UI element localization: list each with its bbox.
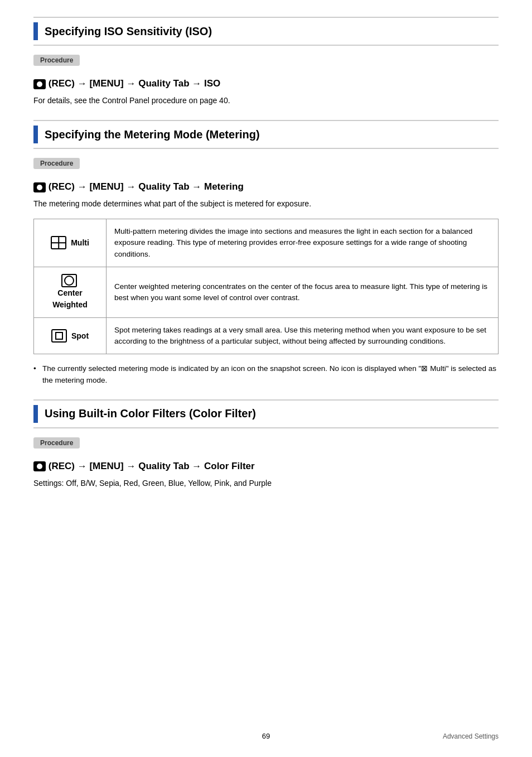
center-icon <box>61 274 77 287</box>
multi-mode-cell: Multi <box>34 219 107 267</box>
metering-heading: Specifying the Metering Mode (Metering) <box>33 120 499 149</box>
color-filter-procedure-badge: Procedure <box>33 437 80 449</box>
metering-procedure-badge: Procedure <box>33 158 80 169</box>
color-filter-description: Settings: Off, B/W, Sepia, Red, Green, B… <box>33 478 499 489</box>
center-label: Center Weighted <box>42 287 98 311</box>
multi-icon <box>51 236 66 249</box>
iso-description: For details, see the Control Panel proce… <box>33 95 499 107</box>
spot-label-row: Spot <box>42 329 98 343</box>
color-filter-heading-text: Using Built-in Color Filters (Color Filt… <box>45 407 256 420</box>
table-row: Multi Multi-pattern metering divides the… <box>34 219 499 267</box>
iso-camera-icon <box>33 79 46 89</box>
metering-procedure-block: Procedure <box>33 158 499 175</box>
page-number: 69 <box>262 732 270 740</box>
iso-nav-path: (REC) → [MENU] → Quality Tab → ISO <box>33 78 499 89</box>
center-description: Center weighted metering concentrates on… <box>114 282 487 302</box>
color-filter-section: Using Built-in Color Filters (Color Filt… <box>33 399 499 489</box>
footer-label: Advanced Settings <box>443 732 499 740</box>
metering-heading-bar <box>33 126 38 143</box>
metering-modes-table: Multi Multi-pattern metering divides the… <box>33 219 499 354</box>
color-filter-camera-icon <box>33 461 46 471</box>
metering-note: The currently selected metering mode is … <box>33 363 499 386</box>
color-filter-nav-text: (REC) → [MENU] → Quality Tab → Color Fil… <box>49 461 255 471</box>
metering-camera-icon <box>33 182 46 192</box>
metering-heading-text: Specifying the Metering Mode (Metering) <box>45 128 260 141</box>
metering-nav-text: (REC) → [MENU] → Quality Tab → Metering <box>49 181 244 192</box>
center-description-cell: Center weighted metering concentrates on… <box>107 267 499 317</box>
iso-section: Specifying ISO Sensitivity (ISO) Procedu… <box>33 17 499 107</box>
spot-mode-cell: Spot <box>34 317 107 354</box>
multi-label-row: Multi <box>42 236 98 249</box>
multi-description: Multi-pattern metering divides the image… <box>114 227 472 258</box>
center-mode-cell: Center Weighted <box>34 267 107 317</box>
multi-description-cell: Multi-pattern metering divides the image… <box>107 219 499 267</box>
multi-label: Multi <box>71 237 89 249</box>
spot-description: Spot metering takes readings at a very s… <box>114 326 486 345</box>
page-content: Specifying ISO Sensitivity (ISO) Procedu… <box>0 0 532 536</box>
iso-nav-text: (REC) → [MENU] → Quality Tab → ISO <box>49 78 221 89</box>
iso-procedure-badge: Procedure <box>33 55 80 66</box>
iso-heading-text: Specifying ISO Sensitivity (ISO) <box>45 25 212 38</box>
metering-section: Specifying the Metering Mode (Metering) … <box>33 120 499 386</box>
table-row: Center Weighted Center weighted metering… <box>34 267 499 317</box>
metering-description: The metering mode determines what part o… <box>33 198 499 210</box>
metering-nav-path: (REC) → [MENU] → Quality Tab → Metering <box>33 181 499 192</box>
table-row: Spot Spot metering takes readings at a v… <box>34 317 499 354</box>
color-filter-nav-path: (REC) → [MENU] → Quality Tab → Color Fil… <box>33 461 499 472</box>
color-filter-heading-bar <box>33 405 38 423</box>
iso-heading: Specifying ISO Sensitivity (ISO) <box>33 17 499 46</box>
spot-icon <box>51 329 67 343</box>
spot-description-cell: Spot metering takes readings at a very s… <box>107 317 499 354</box>
iso-procedure-block: Procedure <box>33 55 499 71</box>
color-filter-procedure-block: Procedure <box>33 437 499 454</box>
center-label-row <box>42 274 98 287</box>
page-footer: 69 Advanced Settings <box>0 732 532 740</box>
color-filter-heading: Using Built-in Color Filters (Color Filt… <box>33 399 499 428</box>
iso-heading-bar <box>33 22 38 40</box>
spot-label: Spot <box>71 330 89 342</box>
